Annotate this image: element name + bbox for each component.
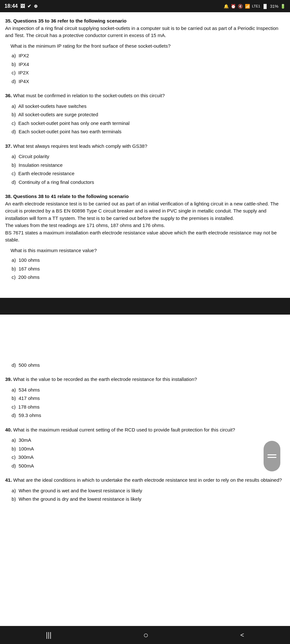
circle-icon: ⊕	[34, 4, 38, 9]
list-item: b) Insulation resistance	[12, 162, 284, 169]
alarm-icon: ⏰	[231, 4, 236, 9]
list-item: c) 200 ohms	[12, 274, 284, 281]
list-item: d) Continuity of a ring final conductors	[12, 179, 284, 186]
question-39-options: a) 534 ohms b) 417 ohms c) 178 ohms d) 5…	[5, 386, 284, 419]
question-35-options: a) IPX2 b) IPX4 c) IP2X d) IP4X	[5, 52, 284, 85]
question-38-options: a) 100 ohms b) 167 ohms c) 200 ohms	[5, 257, 284, 281]
blank-space	[0, 318, 290, 356]
scroll-handle-line	[267, 457, 276, 458]
scroll-handle[interactable]	[264, 441, 280, 471]
list-item: a) Circuit polarity	[12, 153, 284, 160]
photo-icon: 🖼	[20, 4, 25, 9]
question-36-options: a) All socket-outlets have switches b) A…	[5, 103, 284, 136]
question-40-block: 40. What is the maximum residual current…	[5, 426, 284, 470]
battery-icon: 🔋	[280, 4, 285, 9]
nav-bar: ||| ○ <	[0, 626, 290, 644]
list-item: a) 30mA	[12, 437, 284, 444]
nav-home-icon[interactable]: |||	[46, 631, 52, 639]
signal-bars: ▐▌	[262, 4, 268, 9]
list-item: d) 59.3 ohms	[12, 412, 284, 419]
list-item: a) When the ground is wet and the lowest…	[12, 487, 284, 495]
list-item: b) 100mA	[12, 445, 284, 453]
list-item: b) 417 ohms	[12, 395, 284, 402]
list-item: d) 500 ohms	[12, 362, 284, 369]
question-38d-continuation: d) 500 ohms	[5, 362, 284, 369]
list-item: b) All socket-outlets are surge protecte…	[12, 111, 284, 118]
status-bar: 18:44 🖼 ✔ ⊕ 🔔 ⏰ 🔇 📶 LTE1 ▐▌ 31% 🔋	[0, 0, 290, 12]
question-39-block: 39. What is the value to be recorded as …	[5, 376, 284, 419]
list-item: a) IPX2	[12, 52, 284, 60]
list-item: d) IP4X	[12, 78, 284, 85]
list-item: b) When the ground is dry and the lowest…	[12, 496, 284, 503]
question-38-block: 38. Questions 38 to 41 relate to the fol…	[5, 193, 284, 281]
time-display: 18:44	[5, 3, 18, 9]
question-35-scenario: An inspection of a ring final circuit su…	[5, 25, 278, 38]
signal-label: LTE1	[252, 4, 260, 8]
battery-label: 31%	[270, 4, 278, 9]
question-35-header: 35. Questions 35 to 36 refer to the foll…	[5, 17, 284, 39]
question-40-header: 40. What is the maximum residual current…	[5, 426, 284, 434]
question-36-block: 36. What must be confirmed in relation t…	[5, 92, 284, 136]
question-41-block: 41. What are the ideal conditions in whi…	[5, 477, 284, 503]
question-37-header: 37. What test always requires test leads…	[5, 143, 284, 150]
nav-circle-icon[interactable]: ○	[143, 630, 149, 640]
wifi-icon: 📶	[245, 4, 250, 9]
question-41-options: a) When the ground is wet and the lowest…	[5, 487, 284, 503]
question-35-block: 35. Questions 35 to 36 refer to the foll…	[5, 17, 284, 85]
list-item: b) IPX4	[12, 61, 284, 68]
question-37-block: 37. What test always requires test leads…	[5, 143, 284, 186]
question-38-text: What is this maximum resistance value?	[5, 247, 284, 254]
content-below-bar: d) 500 ohms 39. What is the value to be …	[0, 356, 290, 516]
list-item: d) Each socket-outlet point has two eart…	[12, 128, 284, 136]
question-38-header: 38. Questions 38 to 41 relate to the fol…	[5, 193, 284, 244]
status-right: 🔔 ⏰ 🔇 📶 LTE1 ▐▌ 31% 🔋	[224, 4, 285, 9]
list-item: c) Earth electrode resistance	[12, 170, 284, 177]
list-item: a) 534 ohms	[12, 386, 284, 394]
question-35-text: What is the minimum IP rating for the fr…	[5, 43, 284, 50]
question-40-options: a) 30mA b) 100mA c) 300mA d) 500mA	[5, 437, 284, 469]
question-37-options: a) Circuit polarity b) Insulation resist…	[5, 153, 284, 186]
list-item: c) 178 ohms	[12, 403, 284, 411]
question-39-header: 39. What is the value to be recorded as …	[5, 376, 284, 383]
list-item: c) 300mA	[12, 454, 284, 461]
main-content: 35. Questions 35 to 36 refer to the foll…	[0, 12, 290, 295]
black-separator-bar	[0, 298, 290, 315]
status-left: 18:44 🖼 ✔ ⊕	[5, 3, 38, 9]
list-item: c) IP2X	[12, 69, 284, 77]
list-item: b) 167 ohms	[12, 265, 284, 273]
nav-back-icon[interactable]: <	[240, 631, 244, 639]
list-item: a) All socket-outlets have switches	[12, 103, 284, 110]
question-36-header: 36. What must be confirmed in relation t…	[5, 92, 284, 99]
list-item: a) 100 ohms	[12, 257, 284, 264]
bell-icon: 🔔	[224, 4, 229, 9]
list-item: d) 500mA	[12, 462, 284, 470]
list-item: c) Each socket-outlet point has only one…	[12, 120, 284, 127]
question-38d-options: d) 500 ohms	[5, 362, 284, 369]
question-41-header: 41. What are the ideal conditions in whi…	[5, 477, 284, 484]
question-38-scenario: An earth electrode resistance test is to…	[5, 201, 279, 243]
scroll-handle-line	[267, 454, 276, 455]
check-icon: ✔	[27, 4, 31, 9]
mute-icon: 🔇	[238, 4, 243, 9]
